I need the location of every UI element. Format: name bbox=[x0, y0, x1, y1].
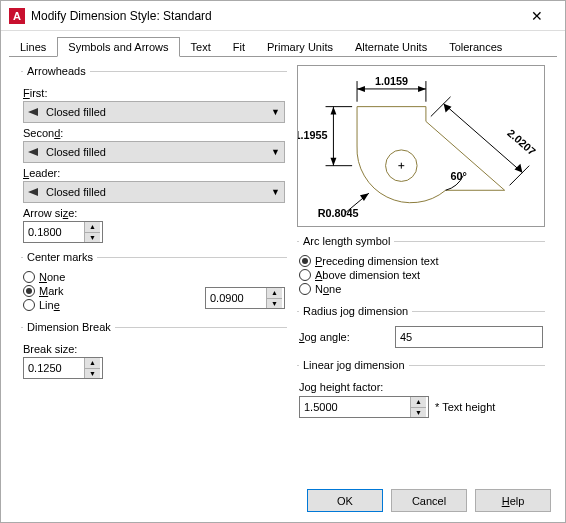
closed-filled-icon bbox=[28, 188, 40, 196]
arc-length-legend: Arc length symbol bbox=[299, 235, 394, 247]
jog-height-input[interactable] bbox=[300, 397, 410, 417]
break-size-input[interactable] bbox=[24, 358, 84, 378]
spin-up[interactable]: ▲ bbox=[267, 288, 282, 299]
svg-marker-1 bbox=[28, 148, 38, 156]
spin-down[interactable]: ▼ bbox=[85, 233, 100, 243]
tab-text[interactable]: Text bbox=[180, 37, 222, 57]
leader-arrowhead-combo[interactable]: Closed filled ▼ bbox=[23, 181, 285, 203]
svg-marker-10 bbox=[418, 86, 426, 92]
spin-up[interactable]: ▲ bbox=[85, 358, 100, 369]
radius-jog-legend: Radius jog dimension bbox=[299, 305, 412, 317]
closed-filled-icon bbox=[28, 108, 40, 116]
closed-filled-icon bbox=[28, 148, 40, 156]
svg-marker-15 bbox=[330, 107, 336, 115]
svg-text:1.0159: 1.0159 bbox=[375, 75, 408, 87]
svg-marker-22 bbox=[514, 164, 522, 173]
tab-lines[interactable]: Lines bbox=[9, 37, 57, 57]
arc-length-group: Arc length symbol Preceding dimension te… bbox=[297, 235, 545, 301]
svg-marker-16 bbox=[330, 158, 336, 166]
window-title: Modify Dimension Style: Standard bbox=[31, 9, 517, 23]
dimension-break-group: Dimension Break Break size: ▲▼ bbox=[21, 321, 287, 383]
spin-up[interactable]: ▲ bbox=[411, 397, 426, 408]
first-label: First: bbox=[23, 87, 285, 99]
spin-down[interactable]: ▼ bbox=[267, 299, 282, 309]
first-value: Closed filled bbox=[46, 106, 106, 118]
center-line-radio[interactable]: Line bbox=[23, 299, 205, 311]
second-label: Second: bbox=[23, 127, 285, 139]
jog-angle-input[interactable] bbox=[395, 326, 543, 348]
first-arrowhead-combo[interactable]: Closed filled ▼ bbox=[23, 101, 285, 123]
spin-up[interactable]: ▲ bbox=[85, 222, 100, 233]
jog-height-suffix: * Text height bbox=[435, 401, 495, 413]
help-button[interactable]: Help bbox=[475, 489, 551, 512]
center-mark-size-input[interactable] bbox=[206, 288, 266, 308]
tab-tolerances[interactable]: Tolerances bbox=[438, 37, 513, 57]
radius-jog-group: Radius jog dimension Jog angle: bbox=[297, 305, 545, 355]
jog-height-spinner[interactable]: ▲▼ bbox=[299, 396, 429, 418]
break-size-spinner[interactable]: ▲▼ bbox=[23, 357, 103, 379]
linear-jog-group: Linear jog dimension Jog height factor: … bbox=[297, 359, 545, 425]
tab-primary-units[interactable]: Primary Units bbox=[256, 37, 344, 57]
svg-marker-2 bbox=[28, 188, 38, 196]
center-mark-radio[interactable]: Mark bbox=[23, 285, 205, 297]
svg-text:R0.8045: R0.8045 bbox=[318, 207, 359, 219]
arc-above-radio[interactable]: Above dimension text bbox=[299, 269, 543, 281]
chevron-down-icon: ▼ bbox=[271, 187, 280, 197]
arrow-size-spinner[interactable]: ▲▼ bbox=[23, 221, 103, 243]
svg-text:1.1955: 1.1955 bbox=[298, 129, 328, 141]
arrowheads-group: Arrowheads First: Closed filled ▼ Second… bbox=[21, 65, 287, 247]
break-size-label: Break size: bbox=[23, 343, 285, 355]
jog-height-label: Jog height factor: bbox=[299, 381, 543, 393]
arc-preceding-radio[interactable]: Preceding dimension text bbox=[299, 255, 543, 267]
svg-text:60°: 60° bbox=[451, 170, 467, 182]
ok-button[interactable]: OK bbox=[307, 489, 383, 512]
arrow-size-input[interactable] bbox=[24, 222, 84, 242]
close-button[interactable]: ✕ bbox=[517, 2, 557, 30]
arc-none-radio[interactable]: None bbox=[299, 283, 543, 295]
arrow-size-label: Arrow size: bbox=[23, 207, 285, 219]
tab-fit[interactable]: Fit bbox=[222, 37, 256, 57]
leader-value: Closed filled bbox=[46, 186, 106, 198]
tab-symbols-arrows[interactable]: Symbols and Arrows bbox=[57, 37, 179, 57]
svg-marker-0 bbox=[28, 108, 38, 116]
linear-jog-legend: Linear jog dimension bbox=[299, 359, 409, 371]
leader-label: Leader: bbox=[23, 167, 285, 179]
dimension-preview: 1.0159 1.1955 2.0207 60° R0.8045 bbox=[297, 65, 545, 227]
center-mark-size-spinner[interactable]: ▲▼ bbox=[205, 287, 285, 309]
cancel-button[interactable]: Cancel bbox=[391, 489, 467, 512]
arrowheads-legend: Arrowheads bbox=[23, 65, 90, 77]
svg-marker-9 bbox=[357, 86, 365, 92]
second-value: Closed filled bbox=[46, 146, 106, 158]
center-marks-group: Center marks None Mark Line ▲▼ bbox=[21, 251, 287, 317]
center-none-radio[interactable]: None bbox=[23, 271, 205, 283]
app-icon: A bbox=[9, 8, 25, 24]
dimension-break-legend: Dimension Break bbox=[23, 321, 115, 333]
spin-down[interactable]: ▼ bbox=[411, 408, 426, 418]
svg-marker-21 bbox=[444, 104, 452, 113]
chevron-down-icon: ▼ bbox=[271, 147, 280, 157]
jog-angle-label: Jog angle: bbox=[299, 331, 389, 343]
chevron-down-icon: ▼ bbox=[271, 107, 280, 117]
svg-text:2.0207: 2.0207 bbox=[505, 127, 538, 158]
spin-down[interactable]: ▼ bbox=[85, 369, 100, 379]
second-arrowhead-combo[interactable]: Closed filled ▼ bbox=[23, 141, 285, 163]
center-marks-legend: Center marks bbox=[23, 251, 97, 263]
tab-alternate-units[interactable]: Alternate Units bbox=[344, 37, 438, 57]
tab-strip: Lines Symbols and Arrows Text Fit Primar… bbox=[1, 31, 565, 57]
